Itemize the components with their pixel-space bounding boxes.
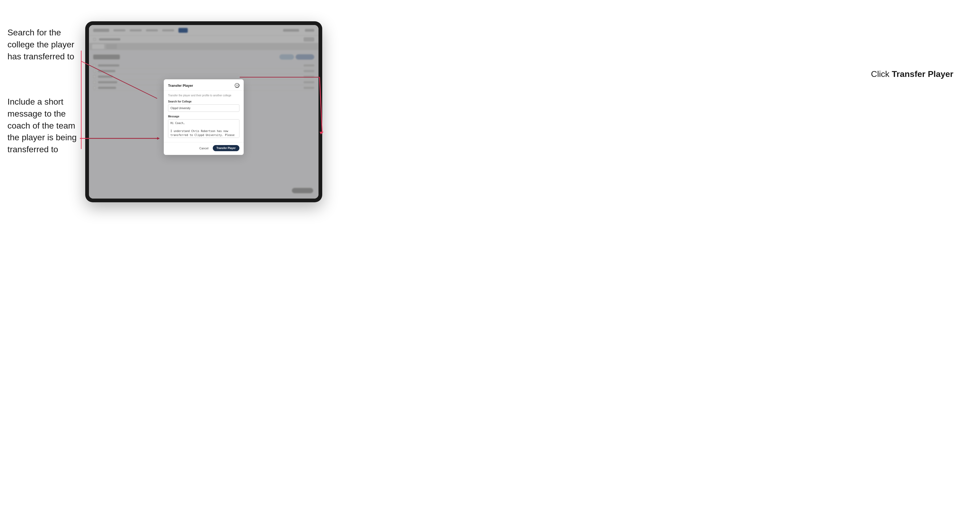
search-college-label: Search for College — [168, 100, 239, 103]
tablet-device: Transfer Player × Transfer the player an… — [85, 21, 322, 202]
annotation-right: Click Transfer Player — [871, 69, 953, 79]
transfer-player-modal: Transfer Player × Transfer the player an… — [164, 79, 243, 155]
modal-title: Transfer Player — [168, 84, 193, 87]
modal-header: Transfer Player × — [164, 79, 243, 91]
modal-subtitle: Transfer the player and their profile to… — [168, 94, 239, 97]
modal-close-button[interactable]: × — [235, 83, 239, 88]
message-textarea[interactable]: Hi Coach, I understand Chris Robertson h… — [168, 119, 239, 138]
search-college-input[interactable] — [168, 104, 239, 112]
modal-overlay: Transfer Player × Transfer the player an… — [89, 25, 318, 198]
annotation-search: Search for the college the player has tr… — [8, 27, 85, 62]
modal-footer: Cancel Transfer Player — [164, 142, 243, 155]
annotation-message: Include a short message to the coach of … — [8, 96, 85, 156]
transfer-player-button[interactable]: Transfer Player — [213, 145, 239, 151]
tablet-screen: Transfer Player × Transfer the player an… — [89, 25, 318, 198]
message-label: Message — [168, 115, 239, 118]
modal-body: Transfer the player and their profile to… — [164, 91, 243, 142]
cancel-button[interactable]: Cancel — [197, 145, 210, 151]
